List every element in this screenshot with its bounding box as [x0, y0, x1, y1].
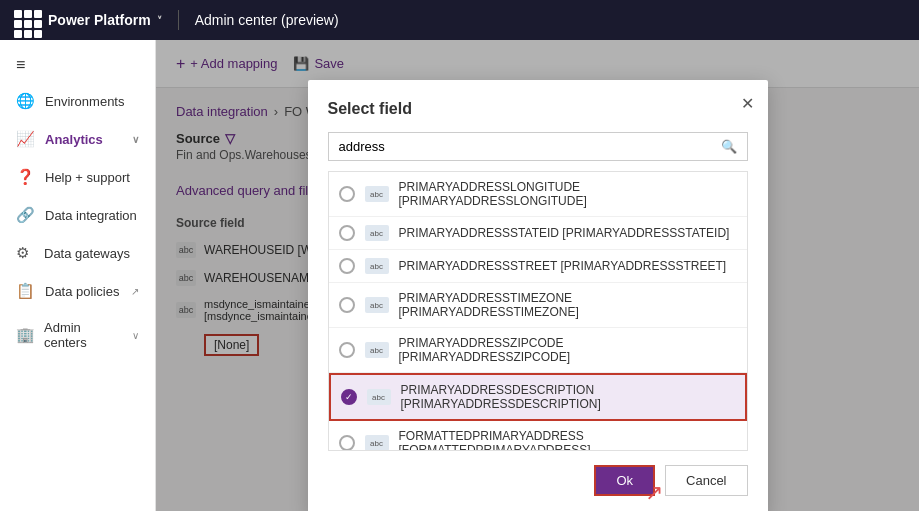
data-integration-icon: 🔗 — [16, 206, 35, 224]
sidebar-item-data-gateways[interactable]: ⚙ Data gateways — [0, 234, 155, 272]
topbar-title: Admin center (preview) — [195, 12, 339, 28]
sidebar: ≡ 🌐 Environments 📈 Analytics ∨ ❓ Help + … — [0, 40, 156, 511]
modal-overlay: Select field ✕ 🔍 abc PRIMARYADDRESSLONGI… — [156, 40, 919, 511]
analytics-chevron: ∨ — [132, 134, 139, 145]
radio-2[interactable] — [339, 258, 355, 274]
sidebar-label-data-gateways: Data gateways — [44, 246, 130, 261]
field-type-icon-5: abc — [367, 389, 391, 405]
sidebar-label-data-policies: Data policies — [45, 284, 119, 299]
sidebar-label-data-integration: Data integration — [45, 208, 137, 223]
field-name-modal-0: PRIMARYADDRESSLONGITUDE [PRIMARYADDRESSL… — [399, 180, 737, 208]
sidebar-label-analytics: Analytics — [45, 132, 103, 147]
radio-1[interactable] — [339, 225, 355, 241]
field-name-modal-2: PRIMARYADDRESSSTREET [PRIMARYADDRESSSTRE… — [399, 259, 727, 273]
data-gateways-icon: ⚙ — [16, 244, 34, 262]
field-name-modal-3: PRIMARYADDRESSTIMEZONE [PRIMARYADDRESSTI… — [399, 291, 737, 319]
field-item-3[interactable]: abc PRIMARYADDRESSTIMEZONE [PRIMARYADDRE… — [329, 283, 747, 328]
radio-3[interactable] — [339, 297, 355, 313]
field-item-5[interactable]: abc PRIMARYADDRESSDESCRIPTION [PRIMARYAD… — [329, 373, 747, 421]
radio-4[interactable] — [339, 342, 355, 358]
sidebar-item-data-policies[interactable]: 📋 Data policies ↗ — [0, 272, 155, 310]
radio-5[interactable] — [341, 389, 357, 405]
data-policies-external-icon: ↗ — [131, 286, 139, 297]
admin-centers-chevron: ∨ — [132, 330, 139, 341]
brand-chevron: ˅ — [157, 15, 162, 26]
search-icon: 🔍 — [711, 133, 747, 160]
field-name-modal-6: FORMATTEDPRIMARYADDRESS [FORMATTEDPRIMAR… — [399, 429, 737, 451]
analytics-icon: 📈 — [16, 130, 35, 148]
cancel-button[interactable]: Cancel — [665, 465, 747, 496]
modal-footer: Ok Cancel — [328, 465, 748, 496]
field-list: abc PRIMARYADDRESSLONGITUDE [PRIMARYADDR… — [328, 171, 748, 451]
select-field-modal: Select field ✕ 🔍 abc PRIMARYADDRESSLONGI… — [308, 80, 768, 511]
field-item-2[interactable]: abc PRIMARYADDRESSSTREET [PRIMARYADDRESS… — [329, 250, 747, 283]
sidebar-item-admin-centers[interactable]: 🏢 Admin centers ∨ — [0, 310, 155, 360]
field-type-icon-3: abc — [365, 297, 389, 313]
field-type-icon-2: abc — [365, 258, 389, 274]
waffle-icon[interactable] — [10, 6, 38, 34]
field-type-icon-1: abc — [365, 225, 389, 241]
field-item-4[interactable]: abc PRIMARYADDRESSZIPCODE [PRIMARYADDRES… — [329, 328, 747, 373]
ok-arrow-indicator: ↗ — [645, 480, 663, 506]
field-type-icon-4: abc — [365, 342, 389, 358]
main-content: + + Add mapping 💾 Save Data integration … — [156, 40, 919, 511]
search-box: 🔍 — [328, 132, 748, 161]
field-name-modal-5: PRIMARYADDRESSDESCRIPTION [PRIMARYADDRES… — [401, 383, 735, 411]
topbar: Power Platform ˅ Admin center (preview) — [0, 0, 919, 40]
hamburger-button[interactable]: ≡ — [0, 48, 155, 82]
field-item-0[interactable]: abc PRIMARYADDRESSLONGITUDE [PRIMARYADDR… — [329, 172, 747, 217]
modal-title: Select field — [328, 100, 748, 118]
radio-6[interactable] — [339, 435, 355, 451]
field-name-modal-1: PRIMARYADDRESSSTATEID [PRIMARYADDRESSSTA… — [399, 226, 730, 240]
brand-name: Power Platform — [48, 12, 151, 28]
modal-close-button[interactable]: ✕ — [741, 94, 754, 113]
sidebar-label-help: Help + support — [45, 170, 130, 185]
help-icon: ❓ — [16, 168, 35, 186]
sidebar-label-admin-centers: Admin centers — [44, 320, 122, 350]
sidebar-label-environments: Environments — [45, 94, 124, 109]
environments-icon: 🌐 — [16, 92, 35, 110]
field-item-6[interactable]: abc FORMATTEDPRIMARYADDRESS [FORMATTEDPR… — [329, 421, 747, 451]
sidebar-item-analytics[interactable]: 📈 Analytics ∨ — [0, 120, 155, 158]
field-type-icon-6: abc — [365, 435, 389, 451]
sidebar-item-environments[interactable]: 🌐 Environments — [0, 82, 155, 120]
radio-0[interactable] — [339, 186, 355, 202]
data-policies-icon: 📋 — [16, 282, 35, 300]
field-type-icon-0: abc — [365, 186, 389, 202]
field-name-modal-4: PRIMARYADDRESSZIPCODE [PRIMARYADDRESSZIP… — [399, 336, 737, 364]
sidebar-item-data-integration[interactable]: 🔗 Data integration — [0, 196, 155, 234]
search-input[interactable] — [329, 133, 711, 160]
admin-centers-icon: 🏢 — [16, 326, 34, 344]
topbar-divider — [178, 10, 179, 30]
sidebar-item-help-support[interactable]: ❓ Help + support — [0, 158, 155, 196]
field-item-1[interactable]: abc PRIMARYADDRESSSTATEID [PRIMARYADDRES… — [329, 217, 747, 250]
brand: Power Platform ˅ — [48, 12, 162, 28]
